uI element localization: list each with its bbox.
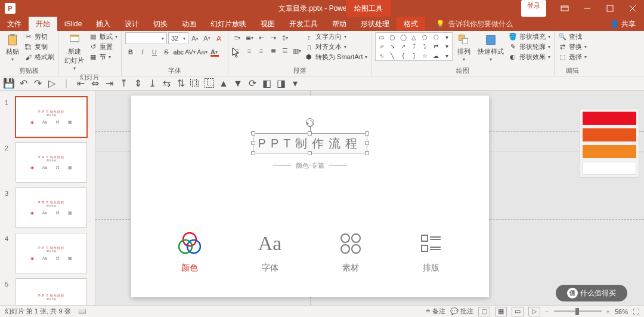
text-direction-button[interactable]: ↕文字方向▾	[305, 32, 367, 41]
shapes-gallery[interactable]: ▭▢◯△⬠⎔▾ ⬀↘↗⤴⤵⇄▾ ∿╲{}☆☁▾	[375, 32, 453, 61]
qat-group[interactable]: ⿻	[190, 78, 200, 89]
tab-view[interactable]: 视图	[253, 17, 282, 31]
qat-dropdown[interactable]: ▾	[290, 78, 301, 89]
thumb-2[interactable]: 2P P T 制作流程颜色专篇◉Aa⌘▦	[0, 140, 95, 185]
close-button[interactable]	[621, 0, 644, 17]
notes-button[interactable]: ≐ 备注	[425, 307, 445, 316]
ribbon-options-button[interactable]	[553, 0, 576, 17]
selected-textbox[interactable]: PPT制作流程	[253, 133, 367, 153]
color-palette-panel[interactable]	[580, 109, 639, 178]
qat-align-left[interactable]: ⇤	[75, 78, 86, 89]
qat-dist-v[interactable]: ⇅	[175, 78, 186, 89]
slideshow-view-button[interactable]: ▷	[528, 307, 540, 316]
italic-button[interactable]: I	[137, 47, 148, 57]
columns-button[interactable]: ▥▾	[292, 45, 302, 56]
section-button[interactable]: ▦节▾	[89, 53, 117, 61]
swatch-4[interactable]	[583, 162, 636, 175]
start-slideshow-icon[interactable]: ▷	[47, 78, 57, 89]
tab-insert[interactable]: 插入	[89, 17, 117, 31]
bullets-button[interactable]: ≡▾	[232, 32, 243, 43]
maximize-button[interactable]	[599, 0, 621, 17]
qat-align-middle[interactable]: ⇕	[132, 78, 143, 89]
font-size-combo[interactable]: 32▾	[168, 32, 188, 44]
fit-window-button[interactable]: ⛶	[633, 308, 639, 315]
tell-me-search[interactable]: 💡 告诉我你想要做什么	[436, 17, 513, 31]
qat-send-back[interactable]: ▼	[233, 78, 243, 89]
font-name-combo[interactable]: ▾	[125, 32, 167, 44]
char-spacing-button[interactable]: AV▾	[185, 47, 196, 57]
qat-more-2[interactable]: ◨	[275, 78, 286, 89]
find-button[interactable]: 🔍查找	[558, 32, 587, 41]
tab-shapeproc[interactable]: 形状处理	[354, 17, 397, 31]
qat-ungroup[interactable]: ⿺	[204, 78, 215, 89]
smartart-button[interactable]: ⬢转换为 SmartArt▾	[305, 53, 367, 61]
select-button[interactable]: ⬚选择▾	[558, 53, 587, 61]
decrease-font-button[interactable]: A▾	[202, 33, 212, 44]
increase-font-button[interactable]: A▴	[190, 33, 200, 44]
swatch-3[interactable]	[583, 145, 636, 158]
tab-slideshow[interactable]: 幻灯片放映	[203, 17, 253, 31]
tab-home[interactable]: 开始	[29, 17, 57, 31]
qat-align-top[interactable]: ⤒	[118, 78, 129, 89]
thumb-4[interactable]: 4P P T 制作流程颜色专篇◉Aa⌘▦	[0, 230, 95, 276]
slide-editor[interactable]: PPT制作流程 颜色·专篇 颜色 Aa 字体 素	[131, 96, 489, 297]
distribute-button[interactable]: ☰	[280, 45, 290, 56]
quick-styles-button[interactable]: 快速样式▾	[475, 32, 506, 63]
underline-button[interactable]: U	[149, 47, 160, 57]
arrange-button[interactable]: 排列▾	[455, 32, 473, 63]
sorter-view-button[interactable]: ▦	[495, 307, 507, 316]
align-right-button[interactable]: ≡	[256, 45, 267, 56]
tab-file[interactable]: 文件	[0, 17, 29, 31]
format-painter-button[interactable]: 🖌格式刷	[24, 53, 54, 61]
login-button[interactable]: 登录	[521, 0, 546, 17]
normal-view-button[interactable]: ▢	[478, 307, 490, 316]
tab-format[interactable]: 格式	[397, 17, 425, 31]
clear-format-button[interactable]: A̷	[213, 33, 224, 44]
cut-button[interactable]: ✂剪切	[24, 32, 54, 41]
swatch-2[interactable]	[583, 128, 636, 141]
increase-indent-button[interactable]: ⇥	[268, 32, 278, 43]
decrease-indent-button[interactable]: ⇤	[256, 32, 267, 43]
qat-dist-h[interactable]: ⇆	[161, 78, 172, 89]
thumb-3[interactable]: 3P P T 制作流程颜色专篇◉Aa⌘▦	[0, 185, 95, 230]
undo-icon[interactable]: ↶	[18, 78, 29, 89]
reset-button[interactable]: ↺重置	[89, 42, 117, 51]
replace-button[interactable]: ⇄替换▾	[558, 42, 587, 51]
save-icon[interactable]: 💾	[4, 78, 14, 89]
copy-button[interactable]: ⿻复制	[24, 42, 54, 51]
slide-canvas-area[interactable]: PPT制作流程 颜色·专篇 颜色 Aa 字体 素	[95, 91, 644, 305]
qat-align-center-h[interactable]: ⇔	[89, 78, 100, 89]
layout-button[interactable]: ▤版式▾	[89, 32, 117, 41]
strike-button[interactable]: S	[161, 47, 172, 57]
line-spacing-button[interactable]: ‡▾	[280, 32, 290, 43]
redo-icon[interactable]: ↷	[32, 78, 43, 89]
font-color-button[interactable]: A▾	[209, 47, 219, 57]
slide-title-text[interactable]: PPT制作流程	[258, 136, 363, 152]
new-slide-button[interactable]: 新建 幻灯片▾	[62, 32, 86, 72]
tab-transition[interactable]: 切换	[146, 17, 175, 31]
comments-button[interactable]: 💬 批注	[450, 307, 473, 316]
bold-button[interactable]: B	[125, 47, 136, 57]
shape-fill-button[interactable]: 🪣形状填充▾	[509, 32, 550, 41]
reading-view-button[interactable]: ▭	[512, 307, 524, 316]
thumb-5[interactable]: 5P P T 制作流程颜色专篇	[0, 276, 95, 305]
tab-islide[interactable]: iSlide	[57, 17, 89, 31]
qat-more-1[interactable]: ◧	[261, 78, 272, 89]
qat-bring-front[interactable]: ▲	[218, 78, 229, 89]
zoom-slider[interactable]	[554, 310, 602, 312]
change-case-button[interactable]: Aa▾	[197, 47, 208, 57]
tab-dev[interactable]: 开发工具	[282, 17, 325, 31]
numbering-button[interactable]: ≣▾	[244, 32, 255, 43]
shape-outline-button[interactable]: ✎形状轮廓▾	[509, 42, 550, 51]
shape-effects-button[interactable]: ◐形状效果▾	[509, 53, 550, 61]
align-center-button[interactable]: ≡	[244, 45, 255, 56]
zoom-in-button[interactable]: +	[606, 308, 610, 315]
swatch-1[interactable]	[583, 112, 636, 125]
tab-help[interactable]: 帮助	[325, 17, 354, 31]
minimize-button[interactable]	[576, 0, 599, 17]
zoom-out-button[interactable]: −	[545, 308, 549, 315]
paste-button[interactable]: 粘贴▾	[4, 32, 21, 63]
slide-thumbnails-pane[interactable]: 1P P T 制作流程颜色专篇◉Aa⌘▦ 2P P T 制作流程颜色专篇◉Aa⌘…	[0, 91, 95, 305]
thumb-1[interactable]: 1P P T 制作流程颜色专篇◉Aa⌘▦	[0, 94, 95, 140]
align-left-button[interactable]: ≡	[232, 45, 243, 56]
